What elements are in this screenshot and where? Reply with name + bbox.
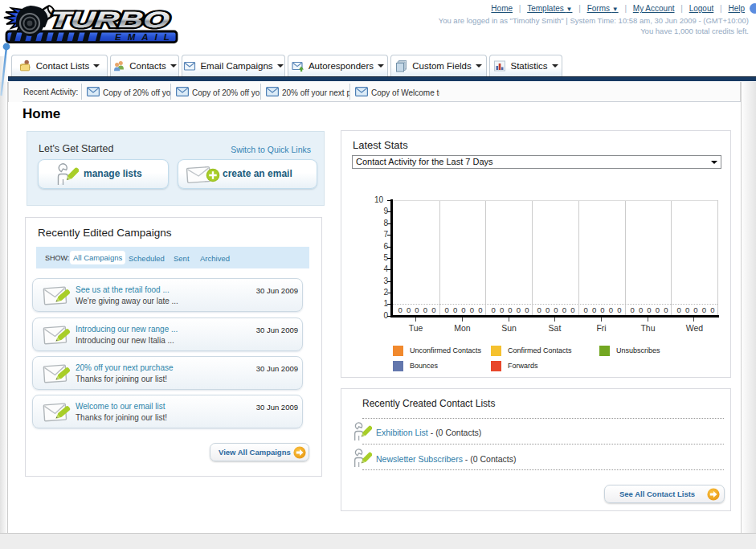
svg-text:EMAIL: EMAIL (115, 32, 176, 42)
svg-text:TURBO: TURBO (49, 8, 170, 33)
